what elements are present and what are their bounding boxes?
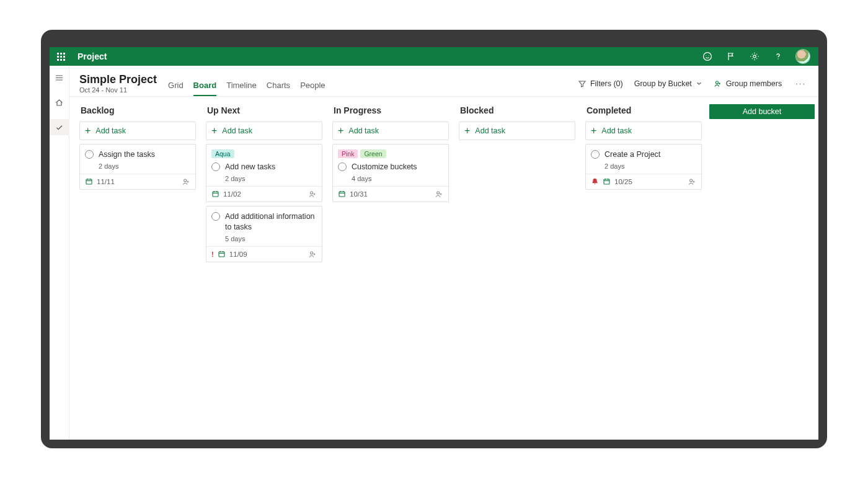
complete-checkbox[interactable]	[85, 150, 94, 159]
group-by-label: Group by Bucket	[634, 79, 692, 88]
hamburger-icon[interactable]	[50, 69, 69, 86]
emoji-icon[interactable]	[702, 51, 713, 62]
task-duration: 5 days	[225, 235, 317, 242]
bucket-title: Completed	[585, 103, 702, 122]
task-duration: 2 days	[225, 175, 317, 182]
add-bucket-button[interactable]: Add bucket	[709, 104, 815, 119]
task-card[interactable]: Assign the tasks2 days11/11	[79, 144, 196, 190]
home-icon[interactable]	[50, 94, 69, 110]
app-window: Project	[50, 47, 818, 440]
device-frame: Project	[41, 30, 827, 448]
svg-point-9	[311, 192, 313, 194]
group-members-button[interactable]: Group members	[714, 79, 782, 88]
project-date-range: Oct 24 - Nov 11	[79, 86, 157, 94]
plus-icon: +	[338, 126, 343, 136]
task-footer: !11/09	[206, 246, 322, 262]
task-title: Add new tasks	[225, 162, 275, 172]
settings-icon[interactable]	[749, 51, 760, 62]
app-launcher-icon[interactable]	[53, 49, 69, 64]
task-card[interactable]: AquaAdd new tasks2 days11/02	[206, 144, 322, 202]
complete-checkbox[interactable]	[338, 162, 347, 171]
task-date: 11/02	[223, 190, 241, 198]
tab-charts[interactable]: Charts	[267, 77, 290, 96]
svg-rect-6	[86, 179, 92, 184]
add-task-label: Add task	[222, 126, 252, 135]
project-title: Simple Project	[79, 73, 157, 86]
task-footer: 10/25	[586, 174, 701, 189]
complete-checkbox[interactable]	[591, 150, 600, 159]
svg-rect-12	[339, 192, 345, 197]
user-avatar[interactable]	[796, 50, 810, 63]
svg-rect-10	[219, 252, 224, 257]
plus-icon: +	[591, 126, 596, 136]
filters-label: Filters (0)	[590, 79, 623, 88]
group-members-label: Group members	[726, 79, 782, 88]
add-task-label: Add task	[475, 126, 505, 135]
tab-grid[interactable]: Grid	[168, 77, 184, 96]
assign-person-icon[interactable]	[435, 190, 443, 198]
svg-point-4	[777, 58, 778, 59]
add-task-button[interactable]: +Add task	[206, 122, 322, 140]
add-task-button[interactable]: +Add task	[585, 122, 702, 140]
add-task-button[interactable]: +Add task	[459, 122, 575, 140]
important-icon: !	[211, 251, 214, 258]
bucket-title: Backlog	[79, 103, 196, 122]
task-date: 11/11	[97, 178, 115, 185]
assign-person-icon[interactable]	[308, 190, 317, 198]
bucket-title: Blocked	[459, 103, 575, 122]
bucket: Completed+Add taskCreate a Project2 days…	[580, 103, 707, 433]
task-title: Create a Project	[604, 149, 660, 160]
task-labels: PinkGreen	[338, 149, 443, 158]
task-date: 10/31	[350, 190, 368, 198]
plus-icon: +	[211, 126, 217, 136]
command-bar: Simple Project Oct 24 - Nov 11 Grid Boar…	[69, 66, 818, 97]
task-footer: 10/31	[333, 186, 448, 202]
tab-people[interactable]: People	[300, 77, 325, 96]
task-card[interactable]: PinkGreenCustomize buckets4 days10/31	[332, 144, 449, 202]
task-footer: 11/02	[206, 186, 322, 202]
bucket-title: In Progress	[332, 103, 449, 122]
add-task-label: Add task	[95, 126, 126, 135]
flag-icon[interactable]	[725, 51, 737, 62]
calendar-icon	[85, 177, 93, 185]
tasks-icon[interactable]	[50, 119, 69, 135]
bucket: Up Next+Add taskAquaAdd new tasks2 days1…	[201, 103, 327, 433]
task-date: 11/09	[229, 251, 247, 258]
svg-point-11	[311, 252, 313, 254]
main-content: Simple Project Oct 24 - Nov 11 Grid Boar…	[69, 66, 818, 440]
task-label: Pink	[338, 149, 358, 158]
svg-point-0	[704, 53, 712, 61]
bucket: Blocked+Add task	[454, 103, 580, 433]
complete-checkbox[interactable]	[211, 162, 220, 171]
assign-person-icon[interactable]	[308, 250, 317, 259]
task-title: Customize buckets	[352, 162, 417, 172]
tab-board[interactable]: Board	[193, 77, 217, 96]
bucket: In Progress+Add taskPinkGreenCustomize b…	[327, 103, 454, 433]
reminder-bell-icon	[591, 177, 599, 185]
task-title: Assign the tasks	[99, 149, 155, 160]
help-icon[interactable]	[773, 51, 784, 62]
bucket: Backlog+Add taskAssign the tasks2 days11…	[74, 103, 201, 433]
svg-point-7	[184, 179, 187, 182]
tab-timeline[interactable]: Timeline	[226, 77, 257, 96]
svg-point-2	[709, 55, 709, 56]
add-task-button[interactable]: +Add task	[332, 122, 449, 140]
task-date: 10/25	[614, 178, 632, 185]
plus-icon: +	[85, 126, 91, 136]
group-by-button[interactable]: Group by Bucket	[634, 79, 702, 88]
filters-button[interactable]: Filters (0)	[578, 79, 623, 88]
calendar-icon	[218, 250, 226, 258]
complete-checkbox[interactable]	[211, 212, 220, 221]
view-tabs: Grid Board Timeline Charts People	[168, 77, 326, 96]
task-card[interactable]: Create a Project2 days10/25	[585, 144, 702, 190]
svg-point-5	[715, 81, 718, 84]
add-task-label: Add task	[348, 126, 379, 135]
task-duration: 2 days	[604, 162, 696, 170]
svg-rect-8	[213, 192, 218, 197]
more-button[interactable]: ···	[793, 79, 808, 88]
add-task-button[interactable]: +Add task	[79, 122, 196, 140]
task-card[interactable]: Add additional information to tasks5 day…	[206, 206, 322, 262]
calendar-icon	[603, 177, 611, 185]
assign-person-icon[interactable]	[688, 177, 696, 186]
assign-person-icon[interactable]	[182, 177, 190, 186]
